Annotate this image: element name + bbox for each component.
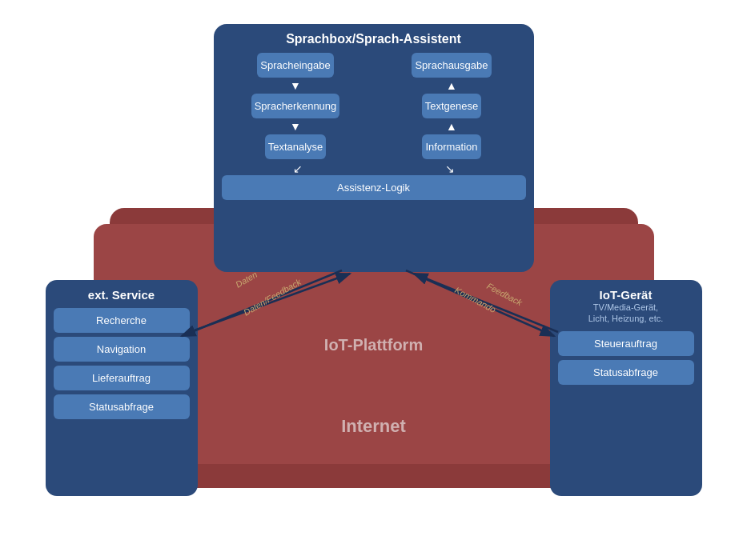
ext-service-title: ext. Service bbox=[54, 288, 190, 302]
textgenese-item: Textgenese bbox=[422, 94, 482, 118]
diagram-container: IoT-Plattform Internet Sprachbox/Sprach-… bbox=[30, 16, 718, 544]
arrows-to-assistenz: ↙ ↘ bbox=[222, 162, 526, 175]
arrow-up-1: ▲ bbox=[446, 80, 457, 91]
information-item: Information bbox=[422, 134, 480, 159]
steuerauftrag-item: Steuerauftrag bbox=[558, 331, 694, 356]
sprachbox-right-column: Sprachausgabe ▲ Textgenese ▲ Information bbox=[378, 53, 526, 159]
statusabfrage-iot-item: Statusabfrage bbox=[558, 360, 694, 385]
assistenz-logik-item: Assistenz-Logik bbox=[222, 175, 526, 200]
arrow-to-assistenz-left: ↙ bbox=[293, 162, 303, 175]
arrow-down-1: ▼ bbox=[290, 80, 301, 91]
sprachbox-title: Sprachbox/Sprach-Assistent bbox=[222, 32, 526, 46]
spracheingabe-item: Spracheingabe bbox=[257, 53, 333, 78]
iot-geraet-subtitle: TV/Media-Gerät,Licht, Heizung, etc. bbox=[558, 302, 694, 325]
lieferauftrag-item: Lieferauftrag bbox=[54, 366, 190, 390]
arrow-down-2: ▼ bbox=[290, 121, 301, 132]
sprachbox-left-column: Spracheingabe ▼ Spracherkennung ▼ Textan… bbox=[222, 53, 370, 159]
textanalyse-item: Textanalyse bbox=[265, 134, 327, 159]
navigation-item: Navigation bbox=[54, 337, 190, 362]
iot-geraet-title: IoT-Gerät bbox=[558, 288, 694, 302]
recherche-item: Recherche bbox=[54, 308, 190, 333]
arrow-up-2: ▲ bbox=[446, 121, 457, 132]
sprachbox-container: Sprachbox/Sprach-Assistent Spracheingabe… bbox=[214, 24, 534, 272]
iot-geraet-container: IoT-Gerät TV/Media-Gerät,Licht, Heizung,… bbox=[550, 280, 702, 496]
spracherkennung-item: Spracherkennung bbox=[251, 94, 340, 118]
sprachbox-cols: Spracheingabe ▼ Spracherkennung ▼ Textan… bbox=[222, 53, 526, 159]
ext-service-container: ext. Service Recherche Navigation Liefer… bbox=[46, 280, 198, 496]
arrow-to-assistenz-right: ↘ bbox=[445, 162, 455, 175]
sprachausgabe-item: Sprachausgabe bbox=[412, 53, 491, 78]
statusabfrage-ext-item: Statusabfrage bbox=[54, 394, 190, 419]
